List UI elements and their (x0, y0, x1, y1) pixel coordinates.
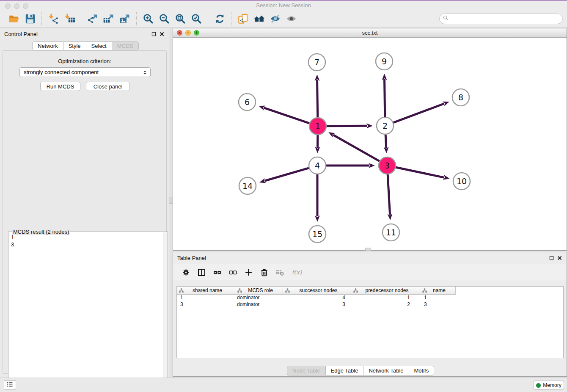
open-session-button[interactable] (6, 12, 22, 26)
refresh-icon (214, 13, 226, 25)
show-all-button[interactable] (283, 12, 299, 26)
cell-shared-name[interactable]: 3 (177, 301, 235, 308)
edge-3-11[interactable] (388, 174, 390, 215)
hide-selected-button[interactable] (267, 12, 283, 26)
cell-predecessor-nodes[interactable]: 2 (351, 301, 420, 308)
tab-edge-table[interactable]: Edge Table (326, 366, 364, 375)
zoom-in-button[interactable] (140, 12, 156, 26)
edge-2-9[interactable] (385, 79, 385, 117)
optimization-criterion-dropdown[interactable]: strongly connected component (19, 67, 151, 77)
network-minimize-button[interactable]: − (185, 30, 191, 36)
edge-1-6[interactable] (264, 108, 309, 124)
import-table-icon (64, 13, 75, 25)
cell-successor-nodes[interactable]: 4 (283, 295, 351, 301)
tab-style[interactable]: Style (63, 41, 86, 50)
save-session-button[interactable] (22, 12, 38, 26)
first-neighbors-button[interactable] (235, 12, 251, 26)
cell-predecessor-nodes[interactable]: 1 (351, 295, 420, 301)
edge-2-8[interactable] (394, 104, 444, 123)
zoom-out-button[interactable] (156, 12, 172, 26)
cell-name[interactable]: 1 (420, 295, 456, 301)
tab-node-table[interactable]: Node Table (287, 366, 326, 375)
mcds-result-lines: 13 (8, 233, 162, 390)
close-panel-icon[interactable] (159, 31, 165, 39)
table-row[interactable]: 3dominator323 (177, 301, 563, 308)
search-box[interactable] (439, 14, 563, 24)
close-panel-icon[interactable] (557, 255, 562, 262)
node-label-8: 8 (458, 93, 463, 102)
trash-button[interactable] (256, 266, 272, 279)
home-button[interactable] (251, 12, 267, 26)
export-table-button[interactable] (101, 12, 117, 26)
network-canvas[interactable]: 1234678910111415 (173, 38, 567, 250)
tab-select[interactable]: Select (86, 41, 112, 50)
edge-2-3[interactable] (385, 135, 386, 148)
edge-arrowhead (369, 163, 375, 168)
column-header-MCDS-role[interactable]: MCDS role (235, 287, 283, 295)
float-panel-icon[interactable] (549, 255, 554, 262)
run-mcds-button[interactable]: Run MCDS (40, 82, 80, 91)
mcds-result-box[interactable]: MCDS result (2 nodes) 13 (8, 232, 168, 391)
column-label: MCDS role (242, 287, 283, 293)
import-network-button[interactable] (45, 12, 61, 26)
tab-network-table[interactable]: Network Table (363, 366, 409, 375)
network-close-button[interactable]: × (177, 30, 182, 36)
node-label-14: 14 (242, 181, 253, 190)
cell-MCDS-role[interactable]: dominator (235, 301, 283, 308)
cell-name[interactable]: 3 (420, 301, 456, 308)
cell-successor-nodes[interactable]: 3 (283, 301, 351, 308)
app-titlebar: Session: New Session (0, 0, 567, 10)
export-network-button[interactable] (85, 12, 101, 26)
zoom-fit-icon (175, 13, 186, 25)
zoom-selected-button[interactable] (188, 12, 204, 26)
edge-3-1[interactable] (333, 135, 380, 161)
column-label: name (427, 287, 455, 293)
edge-4-14[interactable] (264, 168, 309, 181)
memory-button[interactable]: Memory (534, 381, 564, 390)
table-row[interactable]: 1dominator411 (177, 295, 563, 301)
cell-MCDS-role[interactable]: dominator (235, 295, 283, 301)
first-neighbors-icon (237, 13, 249, 25)
refresh-button[interactable] (212, 12, 228, 26)
column-header-name[interactable]: name (420, 287, 456, 295)
uncheck-all-button[interactable] (225, 266, 241, 279)
columns-button[interactable] (194, 266, 209, 279)
search-input[interactable] (449, 16, 562, 22)
hierarchy-icon (179, 288, 184, 293)
tab-motifs[interactable]: Motifs (409, 366, 435, 375)
close-panel-button[interactable]: Close panel (86, 82, 130, 91)
toolbar-group (136, 12, 208, 26)
cell-shared-name[interactable]: 1 (177, 295, 235, 301)
network-resize-grip[interactable] (365, 248, 371, 251)
panel-splitter[interactable] (170, 28, 173, 378)
node-label-1: 1 (315, 121, 320, 131)
mcds-result-scrollbar[interactable] (163, 232, 168, 390)
export-image-icon (119, 13, 131, 25)
column-header-predecessor-nodes[interactable]: predecessor nodes (351, 287, 420, 295)
network-graph[interactable]: 1234678910111415 (173, 38, 567, 250)
plus-button[interactable] (241, 266, 256, 279)
gear-button[interactable] (178, 266, 194, 279)
check-all-button[interactable] (209, 266, 225, 279)
app-minimize-button[interactable] (14, 3, 19, 9)
network-window-titlebar[interactable]: × − + scc.txt (173, 28, 567, 38)
zoom-selected-icon (191, 13, 202, 25)
column-header-successor-nodes[interactable]: successor nodes (283, 287, 351, 295)
float-panel-icon[interactable] (151, 31, 157, 39)
task-history-button[interactable] (4, 380, 16, 390)
import-table-button[interactable] (61, 12, 77, 26)
control-panel-tabs: NetworkStyleSelectMCDS (32, 41, 139, 50)
dropdown-value: strongly connected component (24, 69, 99, 75)
app-close-button[interactable] (5, 3, 11, 9)
edge-3-10[interactable] (396, 167, 444, 177)
column-header-shared-name[interactable]: shared name (177, 287, 235, 295)
table-toolbar: f(x) (173, 264, 567, 281)
edge-1-2[interactable] (327, 126, 367, 126)
export-image-button[interactable] (117, 12, 133, 26)
app-zoom-button[interactable] (23, 3, 28, 9)
network-zoom-button[interactable]: + (194, 30, 199, 36)
zoom-fit-button[interactable] (172, 12, 188, 26)
edge-1-7[interactable] (317, 80, 318, 117)
tab-network[interactable]: Network (32, 41, 63, 50)
tab-mcds[interactable]: MCDS (112, 41, 139, 50)
